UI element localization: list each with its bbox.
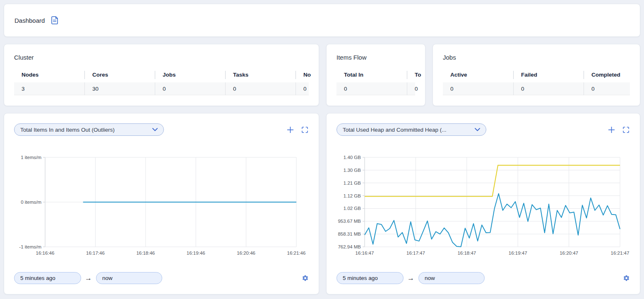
chevron-down-icon	[475, 128, 480, 131]
svg-text:-1 items/m: -1 items/m	[19, 244, 41, 249]
stat-value-row: 0 0	[336, 82, 415, 95]
fullscreen-icon	[302, 128, 308, 134]
svg-text:16:21:47: 16:21:47	[611, 251, 630, 256]
svg-text:0 items/m: 0 items/m	[21, 200, 41, 205]
stat-column-header: Tasks	[225, 71, 296, 79]
cluster-card: Cluster Nodes Cores Jobs Tasks No 3 30 0…	[4, 44, 319, 106]
svg-text:16:18:46: 16:18:46	[136, 251, 155, 256]
fullscreen-icon	[623, 128, 629, 134]
fullscreen-button[interactable]	[623, 127, 629, 133]
chart-panel-heap: Total Used Heap and Committed Heap (...	[326, 113, 640, 294]
stat-value: 0	[443, 82, 513, 95]
svg-text:1 items/m: 1 items/m	[21, 155, 41, 160]
add-chart-button[interactable]	[608, 126, 615, 133]
plus-icon	[608, 128, 615, 135]
stat-column-header: Nodes	[14, 71, 84, 79]
header-card: Dashboard	[4, 4, 640, 37]
stat-value-row: 3 30 0 0 0	[14, 82, 309, 95]
stat-value-row: 0 0 0	[443, 82, 630, 95]
svg-text:1.02 GB: 1.02 GB	[344, 206, 361, 211]
stat-column-header: Active	[443, 71, 513, 79]
panel-header: Total Used Heap and Committed Heap (...	[336, 123, 630, 136]
add-chart-button[interactable]	[287, 126, 294, 133]
svg-text:762.94 MB: 762.94 MB	[338, 244, 361, 249]
page-title: Dashboard	[14, 17, 45, 24]
svg-text:1.30 GB: 1.30 GB	[344, 168, 361, 173]
panel-footer: →	[14, 272, 309, 284]
panel-footer: →	[336, 272, 630, 284]
stat-value: 0	[296, 82, 319, 95]
stat-column-header: Failed	[513, 71, 584, 79]
items-flow-card: Items Flow Total In To 0 0	[326, 44, 425, 106]
settings-button[interactable]	[302, 275, 309, 282]
svg-text:953.67 MB: 953.67 MB	[338, 219, 361, 224]
svg-text:1.12 GB: 1.12 GB	[344, 193, 361, 198]
chart-panel-items: Total Items In and Items Out (Outliers)	[4, 113, 319, 294]
time-from-input[interactable]	[336, 272, 404, 284]
time-to-input[interactable]	[96, 272, 162, 284]
stat-header-row: Active Failed Completed	[443, 70, 630, 80]
chart-container: 16:16:4616:17:4616:18:4616:19:4616:20:46…	[14, 155, 309, 259]
dashboard-page: Dashboard Cluster Nodes Cores Jobs Tasks…	[0, 0, 644, 298]
time-to-input[interactable]	[418, 272, 485, 284]
svg-text:16:17:46: 16:17:46	[86, 251, 105, 256]
stat-column-header: Completed	[584, 71, 640, 79]
panel-actions	[287, 126, 308, 133]
settings-button[interactable]	[623, 275, 630, 282]
svg-text:16:18:47: 16:18:47	[457, 251, 476, 256]
arrow-right-icon: →	[85, 275, 92, 282]
stat-value: 0	[336, 82, 407, 95]
stat-value: 0	[155, 82, 225, 95]
jobs-card: Jobs Active Failed Completed 0 0 0	[433, 44, 640, 106]
metric-dropdown[interactable]: Total Used Heap and Committed Heap (...	[336, 123, 486, 136]
stats-row: Cluster Nodes Cores Jobs Tasks No 3 30 0…	[4, 44, 640, 106]
svg-text:16:20:46: 16:20:46	[237, 251, 255, 256]
stat-value: 30	[84, 82, 155, 95]
panel-actions	[608, 126, 629, 133]
svg-text:16:19:46: 16:19:46	[187, 251, 205, 256]
svg-text:858.31 MB: 858.31 MB	[338, 231, 361, 236]
metric-dropdown[interactable]: Total Items In and Items Out (Outliers)	[14, 123, 164, 136]
dropdown-selected-value: Total Used Heap and Committed Heap (...	[343, 127, 475, 133]
stat-column-header: To	[407, 71, 425, 79]
card-title: Cluster	[14, 54, 309, 61]
stat-column-header: Total In	[336, 71, 407, 79]
stat-column-header: Jobs	[155, 71, 225, 79]
dropdown-selected-value: Total Items In and Items Out (Outliers)	[20, 127, 152, 133]
plus-icon	[287, 128, 294, 135]
svg-text:1.21 GB: 1.21 GB	[344, 181, 361, 186]
stat-value: 0	[584, 82, 640, 95]
svg-text:16:19:47: 16:19:47	[509, 251, 527, 256]
arrow-right-icon: →	[407, 275, 414, 282]
items-flow-line-chart: 16:16:4616:17:4616:18:4616:19:4616:20:46…	[14, 155, 309, 259]
chart-container: 16:16:4716:17:4716:18:4716:19:4716:20:47…	[336, 155, 630, 259]
fullscreen-button[interactable]	[302, 127, 308, 133]
chevron-down-icon	[152, 128, 158, 131]
stat-value: 0	[225, 82, 296, 95]
stat-header-row: Nodes Cores Jobs Tasks No	[14, 70, 309, 80]
svg-text:16:16:47: 16:16:47	[356, 251, 374, 256]
stat-value: 3	[14, 82, 84, 95]
stat-value: 0	[407, 82, 425, 95]
heap-line-chart: 16:16:4716:17:4716:18:4716:19:4716:20:47…	[336, 155, 630, 259]
stat-column-header: Cores	[84, 71, 155, 79]
document-icon	[51, 16, 58, 24]
stat-value: 0	[513, 82, 584, 95]
svg-text:16:17:47: 16:17:47	[406, 251, 425, 256]
charts-row: Total Items In and Items Out (Outliers)	[4, 113, 640, 294]
gear-icon	[623, 277, 630, 283]
gear-icon	[302, 277, 309, 283]
stat-header-row: Total In To	[336, 70, 415, 80]
card-title: Items Flow	[336, 54, 415, 61]
svg-text:16:21:46: 16:21:46	[287, 251, 306, 256]
stat-column-header: No	[296, 71, 319, 79]
svg-text:1.40 GB: 1.40 GB	[344, 155, 361, 160]
svg-text:16:16:46: 16:16:46	[36, 251, 55, 256]
svg-text:16:20:47: 16:20:47	[560, 251, 578, 256]
card-title: Jobs	[443, 54, 630, 61]
time-from-input[interactable]	[14, 272, 81, 284]
panel-header: Total Items In and Items Out (Outliers)	[14, 123, 309, 136]
